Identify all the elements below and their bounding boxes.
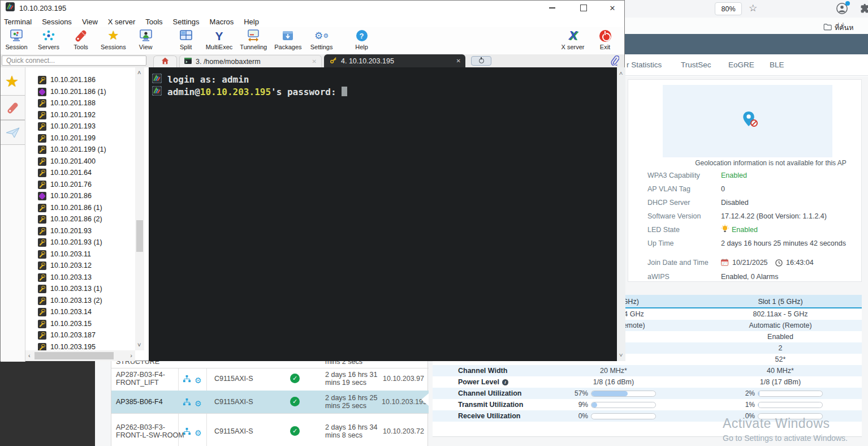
session-item[interactable]: 10.10.201.400	[25, 156, 135, 166]
close-button[interactable]: ✕	[604, 2, 621, 14]
toolbar-tools-button[interactable]: Tools	[68, 28, 93, 50]
toolbar-tunneling-button[interactable]: Tunneling	[240, 28, 267, 50]
ssh-key-icon	[38, 320, 46, 328]
tab-statistics[interactable]: r Statistics	[627, 61, 662, 69]
quick-connect-input[interactable]	[2, 55, 146, 66]
session-item[interactable]: 10.10.201.86 (2)	[25, 214, 135, 224]
paperclip-attach-icon[interactable]	[610, 55, 619, 68]
calendar-icon	[721, 258, 728, 268]
session-item[interactable]: 10.10.201.199 (1)	[25, 144, 135, 155]
session-item[interactable]: 10.10.201.93 (1)	[25, 237, 135, 247]
toolbar-split-button[interactable]: Split	[174, 28, 198, 50]
session-item[interactable]: 10.10.201.186 (1)	[25, 87, 135, 97]
session-item[interactable]: 10.10.203.11	[25, 249, 135, 259]
toolbar-packages-button[interactable]: Packages	[274, 28, 301, 50]
scrollbar-thumb[interactable]	[34, 352, 114, 359]
gears-icon[interactable]: ⚙	[195, 376, 202, 384]
session-item[interactable]: 10.10.203.13 (2)	[25, 295, 135, 306]
window-titlebar[interactable]: 10.10.203.195 ✕	[1, 1, 624, 15]
gears-icon[interactable]: ⚙	[195, 429, 202, 437]
menu-settings[interactable]: Settings	[173, 18, 200, 26]
hierarchy-icon[interactable]	[183, 398, 191, 409]
session-item[interactable]: 10.10.203.14	[25, 307, 135, 317]
menu-xserver[interactable]: X server	[108, 18, 135, 26]
session-item[interactable]: 10.10.201.199	[25, 133, 135, 143]
toolbar-settings-button[interactable]: ⚙⚙ Settings	[309, 28, 334, 50]
session-item[interactable]: 10.10.201.76	[25, 179, 135, 190]
hierarchy-icon[interactable]	[183, 375, 191, 385]
minimize-button[interactable]	[543, 2, 560, 14]
session-icon	[10, 28, 23, 43]
menu-macros[interactable]: Macros	[210, 18, 234, 26]
menu-tools[interactable]: Tools	[145, 18, 162, 26]
session-item[interactable]: 10.10.201.93	[25, 226, 135, 236]
menu-sessions[interactable]: Sessions	[42, 18, 72, 26]
menu-help[interactable]: Help	[244, 18, 259, 26]
sidebar-icon-column: ★	[1, 67, 25, 362]
slot1-header: Slot 1 (5 GHz)	[727, 298, 834, 306]
scroll-up-icon[interactable]: ˄	[619, 70, 623, 76]
session-item[interactable]: 10.10.201.64	[25, 168, 135, 178]
hierarchy-icon[interactable]	[183, 427, 191, 438]
toolbar-sessions-button[interactable]: ★ Sessions	[101, 28, 126, 50]
scroll-right-icon[interactable]: ›	[130, 353, 132, 359]
maximize-button[interactable]	[575, 2, 592, 14]
zoom-level-badge[interactable]: 80%	[715, 2, 742, 15]
session-list-horizontal-scrollbar[interactable]: ‹ ›	[25, 350, 135, 361]
new-tab-button[interactable]	[471, 56, 491, 66]
bookmarks-folder-icon[interactable]	[823, 23, 832, 33]
bookmarks-folder-label[interactable]: ที่คั่นห	[835, 22, 853, 33]
session-item[interactable]: 10.10.201.188	[25, 98, 135, 108]
clock-icon	[775, 259, 783, 269]
home-tab[interactable]	[153, 55, 177, 67]
scroll-left-icon[interactable]: ‹	[28, 353, 31, 359]
scrollbar-thumb[interactable]	[136, 220, 143, 252]
toolbar-help-button[interactable]: ? Help	[349, 28, 374, 50]
toolbar-multiexec-button[interactable]: Y MultiExec	[206, 28, 233, 50]
toolbar-xserver-button[interactable]: X X server	[560, 28, 585, 50]
extensions-puzzle-icon[interactable]	[860, 3, 868, 16]
tab-ble[interactable]: BLE	[770, 61, 784, 69]
ssh-key-icon	[38, 134, 46, 143]
ssh-key-icon	[38, 215, 46, 224]
menu-terminal[interactable]: Terminal	[4, 18, 32, 26]
tab-active-session[interactable]: 4. 10.10.203.195 ✕	[324, 54, 465, 67]
scroll-up-icon[interactable]: ˄	[137, 70, 141, 76]
session-item[interactable]: 10.10.201.86	[25, 191, 135, 201]
field-value: 17.12.4.22 (Boot Version: 1.1.2.4)	[721, 212, 827, 220]
session-item[interactable]: 10.10.201.86 (1)	[25, 203, 135, 213]
tab-home-mobaxterm[interactable]: 3. /home/mobaxterm ✕	[179, 55, 322, 67]
macros-knife-button[interactable]	[1, 95, 25, 120]
paper-plane-button[interactable]	[1, 120, 25, 145]
toolbar-servers-button[interactable]: Servers	[36, 28, 61, 50]
tab-trustsec[interactable]: TrustSec	[681, 61, 711, 69]
toolbar-session-button[interactable]: Session	[4, 28, 29, 50]
gears-icon[interactable]: ⚙	[195, 400, 202, 408]
session-item[interactable]: 10.10.203.13 (1)	[25, 284, 135, 294]
session-item[interactable]: 10.10.201.193	[25, 121, 135, 131]
tab-eogre[interactable]: EoGRE	[728, 61, 754, 69]
field-value: Enabled	[732, 226, 758, 234]
session-item[interactable]: 10.10.201.192	[25, 110, 135, 120]
close-tab-icon[interactable]: ✕	[312, 58, 317, 65]
session-item[interactable]: 10.10.203.187	[25, 330, 135, 340]
utilization-percent: 1%	[738, 401, 755, 409]
terminal-scrollbar[interactable]: ˄ ˅	[617, 67, 625, 361]
favorites-star-icon[interactable]: ★	[5, 75, 19, 88]
info-icon[interactable]: i	[502, 379, 508, 385]
toolbar-view-button[interactable]: View	[133, 28, 158, 50]
close-tab-icon[interactable]: ✕	[456, 58, 461, 64]
terminal[interactable]: login as: admin admin@10.10.203.195's pa…	[149, 67, 625, 361]
scroll-down-icon[interactable]: ˅	[619, 352, 623, 358]
menu-view[interactable]: View	[82, 18, 98, 26]
bookmark-star-icon[interactable]: ☆	[749, 2, 757, 14]
utilization-bar	[591, 402, 656, 408]
session-list-vertical-scrollbar[interactable]: ˄ ˅	[135, 67, 144, 350]
session-item[interactable]: 10.10.203.12	[25, 260, 135, 271]
session-item[interactable]: 10.10.201.186	[25, 75, 135, 85]
scroll-down-icon[interactable]: ˅	[137, 342, 141, 348]
toolbar-exit-button[interactable]: Exit	[593, 28, 617, 50]
session-item[interactable]: 10.10.203.15	[25, 319, 135, 329]
ssh-key-icon	[38, 297, 46, 305]
session-item[interactable]: 10.10.203.13	[25, 272, 135, 282]
